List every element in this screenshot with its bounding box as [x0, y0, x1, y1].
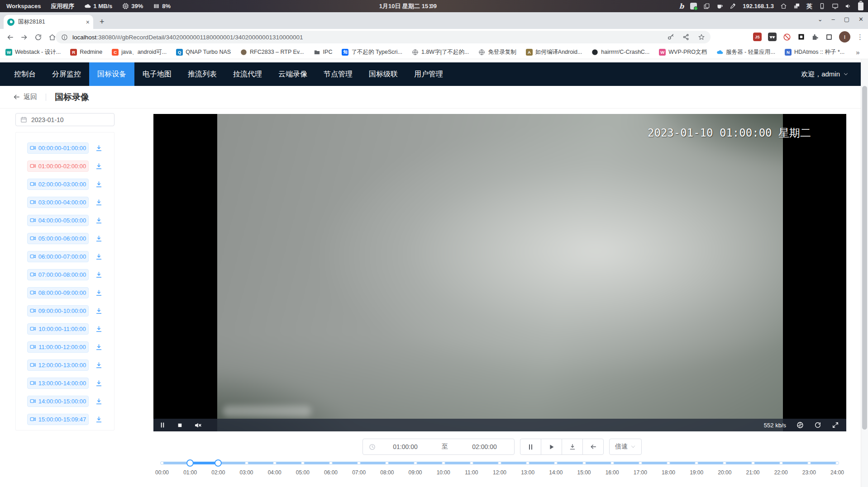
- bookmark-item[interactable]: Cjava、android可...: [112, 48, 167, 56]
- home-tray-icon[interactable]: [780, 3, 787, 9]
- browser-home-button[interactable]: [48, 33, 56, 41]
- bookmark-item[interactable]: 服务器 - 轻量应用...: [716, 48, 775, 56]
- ext-incognito-icon[interactable]: [768, 33, 777, 41]
- segment-download-button[interactable]: [95, 361, 103, 369]
- page-scrollbar[interactable]: [861, 59, 868, 487]
- back-button[interactable]: 返回: [13, 93, 37, 101]
- segment-download-button[interactable]: [95, 397, 103, 405]
- windows-tray-icon[interactable]: [793, 3, 800, 9]
- nav-tab[interactable]: 拉流代理: [225, 62, 270, 86]
- browser-forward-button[interactable]: [20, 33, 28, 41]
- segment-chip[interactable]: 13:00:00-14:00:00: [27, 378, 89, 389]
- password-manager-icon[interactable]: [667, 33, 674, 41]
- nav-tab[interactable]: 国标设备: [89, 62, 134, 86]
- segment-chip[interactable]: 14:00:00-15:00:00: [27, 396, 89, 407]
- segment-chip[interactable]: 00:00:00-01:00:00: [27, 142, 89, 154]
- segment-chip[interactable]: 06:00:00-07:00:00: [27, 251, 89, 262]
- nav-tab[interactable]: 用户管理: [406, 62, 451, 86]
- nav-tab[interactable]: 电子地图: [134, 62, 180, 86]
- window-maximize-button[interactable]: ▢: [844, 16, 849, 23]
- date-picker-input[interactable]: 2023-01-10: [15, 113, 114, 126]
- bookmark-item[interactable]: RRedmine: [70, 49, 102, 56]
- segment-download-button[interactable]: [95, 325, 103, 333]
- segment-chip[interactable]: 01:00:00-02:00:00: [27, 161, 89, 172]
- phone-link-icon[interactable]: [819, 3, 825, 9]
- nav-tab[interactable]: 国标级联: [361, 62, 406, 86]
- display-tray-icon[interactable]: [832, 3, 839, 9]
- segment-download-button[interactable]: [95, 271, 103, 279]
- bookmark-item[interactable]: NHDAtmos :: 种子 *...: [785, 48, 844, 56]
- workspaces-button[interactable]: Workspaces: [6, 3, 41, 9]
- omnibox[interactable]: localhost:38080/#/gbRecordDetail/3402000…: [56, 31, 711, 43]
- site-info-icon[interactable]: [61, 34, 68, 41]
- browser-tab[interactable]: 国标28181 ×: [4, 15, 93, 29]
- player-pause-button[interactable]: [159, 422, 166, 428]
- video-player[interactable]: 2023-01-10 01:00:00 星期二 552 kb/s: [153, 114, 846, 431]
- segment-chip[interactable]: 07:00:00-08:00:00: [27, 269, 89, 280]
- ext-window-icon[interactable]: [825, 33, 833, 41]
- extensions-puzzle-icon[interactable]: [811, 33, 819, 41]
- user-menu[interactable]: 欢迎，admin: [801, 70, 849, 79]
- browser-profile-avatar[interactable]: I: [839, 31, 850, 43]
- browser-reload-button[interactable]: [34, 33, 42, 41]
- start-time-input[interactable]: 01:00:00: [376, 443, 435, 450]
- caffeine-tray-icon[interactable]: [716, 3, 723, 9]
- bookmark-item[interactable]: IPC: [314, 49, 333, 56]
- segment-download-button[interactable]: [95, 199, 103, 206]
- segment-chip[interactable]: 12:00:00-13:00:00: [27, 359, 89, 371]
- slider-handle[interactable]: [186, 459, 194, 467]
- new-tab-button[interactable]: +: [100, 17, 105, 27]
- segment-download-button[interactable]: [95, 217, 103, 224]
- player-mute-button[interactable]: [194, 421, 202, 429]
- clipboard-tray-icon[interactable]: [703, 3, 710, 9]
- bookmark-item[interactable]: 1.8W字|了不起的...: [412, 48, 469, 56]
- time-range-picker[interactable]: 01:00:00 至 02:00:00: [362, 439, 515, 455]
- input-language-indicator[interactable]: 英: [806, 2, 812, 10]
- volume-tray-icon[interactable]: [845, 3, 852, 9]
- segment-chip[interactable]: 11:00:00-12:00:00: [27, 341, 89, 353]
- bookmark-star-icon[interactable]: [698, 33, 705, 41]
- bookmark-item[interactable]: 免登录复制: [478, 48, 516, 56]
- player-refresh-button[interactable]: [814, 421, 821, 429]
- pause-button[interactable]: [520, 439, 541, 455]
- playback-speed-button[interactable]: 倍速: [609, 439, 642, 455]
- segment-chip[interactable]: 02:00:00-03:00:00: [27, 179, 89, 190]
- bookmarks-overflow-icon[interactable]: »: [856, 48, 859, 56]
- nav-tab[interactable]: 控制台: [6, 62, 44, 86]
- download-button[interactable]: [562, 439, 583, 455]
- bookmark-item[interactable]: hairrrrr/C-CrashC...: [591, 49, 649, 56]
- segment-chip[interactable]: 09:00:00-10:00:00: [27, 305, 89, 317]
- tab-search-chevron-icon[interactable]: ⌄: [818, 16, 823, 23]
- bing-tray-icon[interactable]: b: [679, 2, 684, 10]
- bookmark-item[interactable]: QQNAP Turbo NAS: [176, 49, 231, 56]
- window-minimize-button[interactable]: –: [832, 16, 835, 23]
- nav-tab[interactable]: 云端录像: [270, 62, 315, 86]
- segment-download-button[interactable]: [95, 162, 103, 170]
- segment-chip[interactable]: 15:00:00-15:09:47: [27, 414, 89, 425]
- snapshot-button[interactable]: [796, 421, 804, 429]
- ext-blocker-icon[interactable]: [783, 33, 791, 41]
- color-picker-tray-icon[interactable]: [730, 3, 736, 9]
- play-button[interactable]: [541, 439, 562, 455]
- end-time-input[interactable]: 02:00:00: [455, 443, 514, 450]
- ext-js-icon[interactable]: JS: [753, 33, 762, 41]
- browser-back-button[interactable]: [6, 33, 14, 41]
- segment-download-button[interactable]: [95, 180, 103, 188]
- nav-tab[interactable]: 推流列表: [180, 62, 225, 86]
- bookmark-item[interactable]: A如何编译Android...: [526, 48, 582, 56]
- segment-download-button[interactable]: [95, 235, 103, 242]
- system-clock[interactable]: 1月10日 星期二 15∶09: [379, 2, 437, 10]
- seek-back-button[interactable]: [582, 439, 604, 455]
- segment-chip[interactable]: 08:00:00-09:00:00: [27, 287, 89, 298]
- scrollbar-thumb[interactable]: [862, 86, 867, 430]
- tab-close-icon[interactable]: ×: [86, 19, 90, 25]
- slider-handle[interactable]: [215, 459, 222, 467]
- bookmark-item[interactable]: 知了不起的 TypeScri...: [342, 48, 402, 56]
- browser-menu-kebab-icon[interactable]: ⋮: [857, 33, 863, 41]
- player-stop-button[interactable]: [177, 422, 183, 428]
- share-icon[interactable]: [682, 33, 690, 41]
- bookmark-item[interactable]: RFC2833 – RTP Ev...: [240, 49, 304, 56]
- segment-download-button[interactable]: [95, 343, 103, 351]
- segment-download-button[interactable]: [95, 379, 103, 387]
- nav-tab[interactable]: 分屏监控: [44, 62, 89, 86]
